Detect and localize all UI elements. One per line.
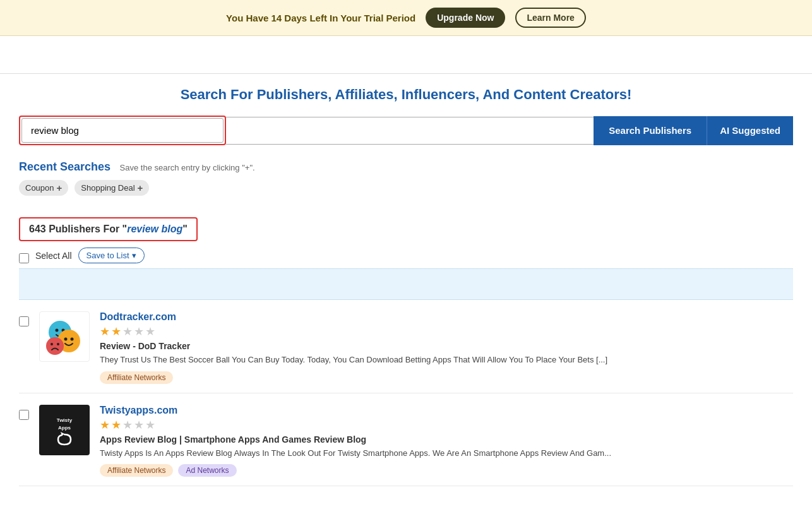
tag-shopping-deal[interactable]: Shopping Deal + — [75, 180, 149, 196]
search-input[interactable] — [21, 118, 224, 143]
select-all-row: Select All Save to List ▾ — [19, 248, 793, 263]
badge-row-twistyapps: Affiliate Networks Ad Networks — [100, 464, 793, 477]
save-to-list-button[interactable]: Save to List ▾ — [78, 248, 145, 263]
select-all-checkbox[interactable] — [19, 253, 29, 263]
publisher-subtitle-twistyapps: Apps Review Blog | Smartphone Apps And G… — [100, 434, 793, 445]
results-header: 643 Publishers For "review blog" — [19, 217, 198, 241]
publisher-name-twistyapps[interactable]: Twistyapps.com — [100, 405, 793, 416]
star-4: ★ — [134, 418, 144, 432]
publisher-checkbox-dodtracker[interactable] — [19, 316, 29, 326]
svg-point-7 — [51, 343, 53, 345]
svg-point-4 — [64, 338, 68, 341]
learn-more-button[interactable]: Learn More — [515, 8, 585, 28]
star-2: ★ — [111, 325, 121, 338]
trial-banner: You Have 14 Days Left In Your Trial Peri… — [0, 0, 812, 36]
svg-point-8 — [57, 343, 59, 345]
banner-text: You Have 14 Days Left In Your Trial Peri… — [226, 13, 415, 23]
publisher-item-dodtracker: Dodtracker.com ★ ★ ★ ★ ★ Review - DoD Tr… — [19, 300, 793, 393]
publisher-avatar-twistyapps: Twisty Apps — [39, 405, 90, 455]
page-title: Search For Publishers, Affiliates, Influ… — [19, 87, 793, 103]
recent-searches-label: Recent Searches — [19, 160, 110, 173]
star-1: ★ — [100, 325, 110, 338]
publisher-info-twistyapps: Twistyapps.com ★ ★ ★ ★ ★ Apps Review Blo… — [100, 405, 793, 477]
filter-bar — [19, 268, 793, 300]
publisher-avatar-dodtracker — [39, 311, 90, 362]
recent-searches-section: Recent Searches Save the search entry by… — [19, 160, 793, 174]
main-content: Search For Publishers, Affiliates, Influ… — [0, 74, 812, 499]
ai-suggested-button[interactable]: AI Suggested — [707, 116, 793, 145]
nav-bar — [0, 36, 812, 74]
star-3: ★ — [122, 418, 133, 432]
tag-shopping-deal-label: Shopping Deal — [81, 183, 134, 193]
dodtracker-avatar-icon — [42, 314, 87, 359]
search-row: Search Publishers AI Suggested — [19, 116, 793, 145]
svg-point-5 — [71, 338, 74, 341]
tag-shopping-deal-plus[interactable]: + — [138, 182, 143, 193]
select-all-label: Select All — [35, 251, 72, 261]
results-query: review blog — [127, 224, 182, 234]
search-input-wrapper — [19, 116, 226, 145]
upgrade-button[interactable]: Upgrade Now — [426, 8, 505, 28]
publisher-checkbox-twistyapps[interactable] — [19, 410, 29, 420]
results-header-wrapper: 643 Publishers For "review blog" — [19, 206, 793, 241]
star-1: ★ — [100, 418, 110, 432]
publisher-item-twistyapps: Twisty Apps Twistyapps.com ★ ★ ★ ★ ★ App… — [19, 393, 793, 487]
svg-text:Twisty: Twisty — [57, 417, 73, 423]
tag-coupon[interactable]: Coupon + — [19, 180, 68, 196]
publisher-desc-dodtracker: They Trust Us The Best Soccer Ball You C… — [100, 354, 793, 366]
publisher-info-dodtracker: Dodtracker.com ★ ★ ★ ★ ★ Review - DoD Tr… — [100, 311, 793, 384]
stars-twistyapps: ★ ★ ★ ★ ★ — [100, 418, 793, 432]
search-middle-bar — [226, 117, 594, 145]
badge-affiliate-networks-twistyapps: Affiliate Networks — [100, 464, 173, 477]
twistyapps-avatar-icon: Twisty Apps — [42, 408, 87, 452]
recent-searches-tags: Coupon + Shopping Deal + — [19, 180, 793, 196]
star-5: ★ — [145, 325, 155, 338]
svg-point-6 — [46, 337, 64, 355]
star-2: ★ — [111, 418, 121, 432]
svg-point-1 — [56, 329, 59, 332]
badge-ad-networks-twistyapps: Ad Networks — [178, 464, 236, 477]
svg-text:Apps: Apps — [58, 425, 71, 431]
star-4: ★ — [134, 325, 144, 338]
badge-affiliate-networks-dodtracker: Affiliate Networks — [100, 371, 173, 384]
tag-coupon-plus[interactable]: + — [57, 182, 63, 193]
tag-coupon-label: Coupon — [25, 183, 54, 193]
publisher-desc-twistyapps: Twisty Apps Is An Apps Review Blog Alway… — [100, 447, 793, 460]
publisher-name-dodtracker[interactable]: Dodtracker.com — [100, 311, 793, 323]
search-publishers-button[interactable]: Search Publishers — [594, 116, 707, 145]
chevron-down-icon: ▾ — [132, 251, 136, 260]
star-5: ★ — [145, 418, 155, 432]
star-3: ★ — [122, 325, 133, 338]
recent-searches-hint: Save the search entry by clicking "+". — [120, 163, 255, 172]
badge-row-dodtracker: Affiliate Networks — [100, 371, 793, 384]
publisher-subtitle-dodtracker: Review - DoD Tracker — [100, 341, 793, 351]
stars-dodtracker: ★ ★ ★ ★ ★ — [100, 325, 793, 338]
save-to-list-label: Save to List — [87, 251, 129, 260]
